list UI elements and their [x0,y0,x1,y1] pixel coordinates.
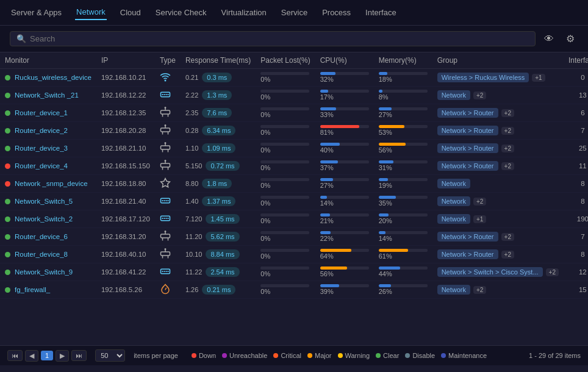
response-cell: 0.21 0.3 ms [181,69,256,87]
group-cell: Network > Switch > Cisco Syst... +2 [432,263,564,281]
visibility-toggle-button[interactable]: 👁 [540,31,558,47]
nav-virtualization[interactable]: Virtualization [220,5,268,20]
svg-rect-37 [160,234,170,238]
group-cell: Network > Router +2 [432,140,564,157]
group-plus-badge: +1 [473,215,486,223]
cpu-cell: 39% [315,281,374,299]
group-badge[interactable]: Network > Router [437,126,498,135]
status-dot [5,270,10,275]
col-response: Response Time(ms) [181,52,256,69]
prev-page-button[interactable]: ◀ [25,350,38,362]
monitor-name[interactable]: Ruckus_wireless_device [15,74,91,81]
memory-cell: 27% [374,104,432,122]
monitor-name[interactable]: Router_device_6 [15,233,68,240]
legend-dot [441,353,446,358]
cpu-cell: 22% [315,228,374,246]
group-badge[interactable]: Network > Router [437,249,498,259]
nav-server-apps[interactable]: Server & Apps [10,5,63,20]
legend-dot [222,353,227,358]
group-badge[interactable]: Network [437,196,470,206]
svg-rect-16 [160,146,170,149]
response-cell: 11.22 2.54 ms [181,263,256,281]
first-page-button[interactable]: ⏮ [7,350,23,361]
last-page-button[interactable]: ⏭ [71,350,87,361]
group-badge[interactable]: Network > Router [437,143,498,153]
response-badge: 1.45 ms [206,214,239,224]
legend-dot [307,353,312,358]
filter-button[interactable]: ⚙ [562,30,578,47]
total-items-label: 1 - 29 of 29 items [529,352,581,359]
group-badge[interactable]: Network > Switch > Cisco Syst... [437,267,543,277]
response-badge: 1.8 ms [202,179,232,188]
monitor-name[interactable]: fg_firewall_ [15,286,50,293]
group-plus-badge: +2 [501,162,514,170]
ip-cell: 192.168.17.120 [96,210,155,228]
legend-dot [192,353,196,358]
nav-service[interactable]: Service [280,5,309,20]
monitor-name[interactable]: Router_device_8 [15,251,68,258]
status-dot [5,75,10,80]
monitor-name[interactable]: Network _snmp_device [15,180,88,187]
ip-cell: 192.168.21.10 [96,140,155,157]
nav-interface[interactable]: Interface [364,5,398,20]
per-page-select[interactable]: 50 100 200 [95,349,125,362]
group-badge[interactable]: Network [437,214,470,224]
monitor-name[interactable]: Network_Switch_2 [15,215,73,223]
group-cell: Network +1 [432,210,564,228]
nav-network[interactable]: Network [75,5,107,20]
group-badge[interactable]: Network [437,90,470,100]
response-badge: 0.72 ms [206,161,239,171]
type-cell [155,193,181,210]
nav-cloud[interactable]: Cloud [119,5,142,20]
top-nav: Server & Apps Network Cloud Service Chec… [0,0,588,26]
group-badge[interactable]: Network > Router [437,232,498,241]
cpu-cell: 17% [315,87,374,104]
packet-cell: 0% [256,246,315,263]
packet-cell: 0% [256,193,315,210]
svg-marker-26 [160,179,170,187]
packet-cell: 0% [256,228,315,246]
monitor-name[interactable]: Network_Switch_5 [15,198,73,205]
monitor-name[interactable]: Network_Switch_9 [15,268,73,276]
legend-dot [376,353,381,358]
group-badge[interactable]: Wireless > Ruckus Wireless [437,73,529,82]
response-cell: 8.80 1.8 ms [181,175,256,193]
ip-cell: 192.168.15.150 [96,157,155,175]
monitor-name[interactable]: Network_Switch _21 [15,91,79,99]
interface-cell: 15 [564,281,588,299]
group-plus-badge: +2 [501,145,514,152]
response-cell: 2.35 7.6 ms [181,104,256,122]
nav-service-check[interactable]: Service Check [154,5,208,20]
monitor-name[interactable]: Router_device_3 [15,145,68,152]
legend-label: Major [315,352,332,359]
group-cell: Network +2 [432,281,564,299]
memory-cell: 19% [374,175,432,193]
packet-cell: 0% [256,281,315,299]
legend-dot [405,353,410,358]
col-memory: Memory(%) [374,52,432,69]
status-dot [5,128,10,134]
col-type: Type [155,52,181,69]
interface-cell: 7 [564,228,588,246]
nav-process[interactable]: Process [321,5,352,20]
response-badge: 8.84 ms [206,249,239,259]
group-badge[interactable]: Network > Router [437,108,498,118]
group-badge[interactable]: Network [437,285,470,295]
search-input[interactable] [30,34,529,43]
memory-cell: 44% [374,263,432,281]
status-dot [5,163,10,169]
legend-item-disable: Disable [405,352,435,359]
legend-label: Down [199,352,216,359]
group-badge[interactable]: Network > Router [437,161,498,171]
interface-cell: 0 [564,69,588,87]
next-page-button[interactable]: ▶ [56,350,69,362]
table-body: Ruckus_wireless_device 192.168.10.21 0.2… [0,69,588,299]
monitor-name[interactable]: Router_device_2 [15,127,68,134]
group-badge[interactable]: Network [437,179,470,188]
monitor-name[interactable]: Router_device_1 [15,109,68,116]
monitor-name[interactable]: Router_device_4 [15,162,68,170]
type-cell [155,87,181,104]
table-row: Router_device_8 192.168.40.10 10.10 8.84… [0,246,588,263]
current-page: 1 [41,351,53,360]
group-cell: Network +2 [432,193,564,210]
